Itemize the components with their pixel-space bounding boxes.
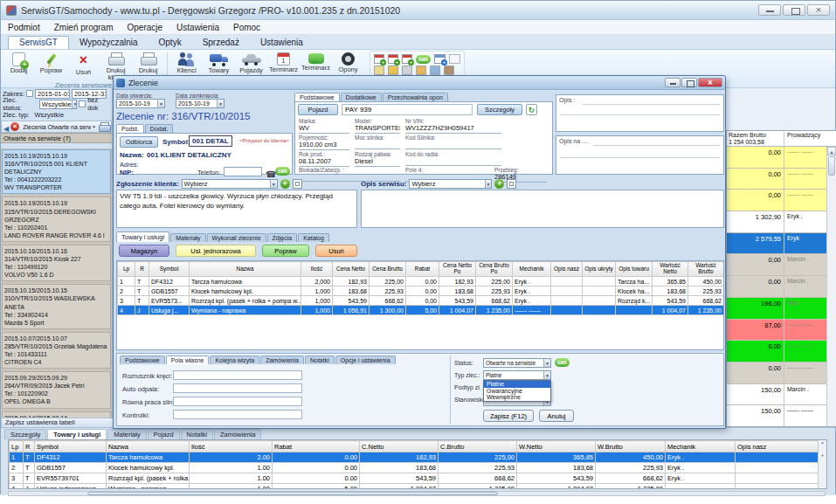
table-row[interactable]: 2TGDB1557Klocek hamulcowy kpl.1,000183,6… bbox=[118, 287, 724, 296]
summary-row[interactable]: 0,00------ ------ bbox=[727, 190, 826, 211]
summary-row[interactable]: 1 302,90Eryk . bbox=[727, 211, 826, 233]
tab-notatki[interactable]: Notatki bbox=[181, 429, 213, 439]
column-header[interactable]: Lp bbox=[118, 262, 135, 277]
tab-sprzedaz[interactable]: Sprzedaż bbox=[192, 37, 250, 49]
column-header[interactable]: R bbox=[24, 441, 35, 452]
folder-icon[interactable] bbox=[388, 66, 398, 75]
summary-row[interactable]: 196,00Max . bbox=[727, 298, 826, 320]
add-icon[interactable] bbox=[494, 179, 504, 189]
menu-ustawienia[interactable]: Ustawienia bbox=[169, 20, 226, 35]
tab-zdjecia[interactable]: Zdjęcia bbox=[267, 233, 298, 242]
column-header[interactable]: Opis nasz bbox=[736, 441, 826, 452]
refresh-icon[interactable] bbox=[526, 104, 537, 115]
view-select[interactable]: Zlecenia Otwarte na serwisie bbox=[21, 122, 97, 132]
popraw-button[interactable]: Popraw bbox=[262, 245, 309, 257]
calendar-add-icon[interactable] bbox=[374, 54, 384, 64]
summary-row[interactable]: 0,00------ ------ bbox=[727, 169, 826, 190]
document-icon[interactable] bbox=[402, 66, 412, 75]
column-header[interactable]: Symbol bbox=[149, 262, 190, 277]
tab-zamowienia2[interactable]: Zamówienia bbox=[260, 356, 304, 364]
column-header[interactable]: W.Brutto bbox=[596, 441, 666, 452]
edit-button[interactable]: Popraw bbox=[35, 51, 67, 74]
order-list-item[interactable]: 2015.09.29/2015.09.29264/VTR/09/2015 Jac… bbox=[2, 371, 111, 408]
column-header[interactable]: W.Netto bbox=[517, 441, 596, 452]
tab-zamowienia[interactable]: Zamówienia bbox=[214, 429, 261, 439]
dialog-minimize-button[interactable] bbox=[665, 78, 681, 87]
tab-dodatkowe[interactable]: Dodatkowe bbox=[341, 93, 382, 101]
column-header[interactable]: Nazwa bbox=[190, 262, 301, 277]
tab-materialy[interactable]: Materiały bbox=[107, 429, 146, 439]
moc-value[interactable] bbox=[355, 141, 400, 149]
column-header[interactable]: Ilość bbox=[190, 441, 273, 452]
folder-icon[interactable] bbox=[374, 66, 384, 75]
dropdown-option-platne[interactable]: Płatne bbox=[484, 381, 550, 388]
bez-dok-checkbox[interactable] bbox=[79, 100, 86, 107]
column-header[interactable]: Lp bbox=[10, 441, 24, 452]
details-button[interactable]: Szczegóły bbox=[477, 104, 522, 115]
summary-row[interactable]: 150,00------ ------ bbox=[727, 405, 826, 426]
calendar-add-icon[interactable] bbox=[402, 54, 412, 64]
menu-zmien-program[interactable]: Zmień program bbox=[47, 20, 121, 35]
column-header[interactable]: Symbol bbox=[35, 441, 107, 452]
column-header[interactable]: C.Netto bbox=[360, 441, 439, 452]
column-header[interactable]: Opis nasz bbox=[551, 262, 583, 277]
column-header[interactable]: C.Brutto bbox=[439, 441, 517, 452]
tab-towary-i-uslugi[interactable]: Towary i usługi bbox=[47, 429, 107, 439]
tab-przechowalnia-opon[interactable]: Przechowalnia opon bbox=[383, 93, 448, 101]
car-small-icon[interactable] bbox=[430, 66, 440, 75]
table-row[interactable]: 2TGDB1557Klocek hamulcowy kpl.1.000.0018… bbox=[10, 463, 826, 473]
marka-value[interactable]: WV bbox=[299, 124, 349, 134]
column-header[interactable]: Wartość Brutto bbox=[688, 262, 724, 277]
zgloszenie-select[interactable]: Wybierz bbox=[182, 179, 278, 189]
messages-button[interactable]: Terminarz bbox=[300, 51, 332, 72]
table-row[interactable]: 3TEVR5573...Rozrząd kpl. (pasek + rolka … bbox=[118, 296, 724, 306]
menu-pomoc[interactable]: Pomoc bbox=[226, 20, 267, 35]
tab-materialy[interactable]: Materiały bbox=[170, 233, 205, 242]
tab-kolejna-wizyta[interactable]: Kolejna wizyta bbox=[210, 356, 259, 364]
horizontal-scrollbar[interactable] bbox=[8, 491, 826, 496]
window-icon[interactable] bbox=[449, 54, 460, 64]
magazyn-button[interactable]: Magazyn bbox=[119, 245, 169, 257]
sms-icon[interactable]: SMS bbox=[275, 167, 290, 176]
order-list-item[interactable]: 2015.10.07/2015.10.07285/VTR/10/2015 Grz… bbox=[2, 332, 111, 369]
date-from-input[interactable]: 2015-01-01 bbox=[35, 89, 70, 99]
assign-client-link[interactable]: <Przypisz do klienta> bbox=[239, 138, 289, 143]
summary-row[interactable]: 150,00Marcin . bbox=[727, 384, 826, 406]
dropdown-option-wewnetrzne[interactable]: Wewnętrzne bbox=[484, 394, 550, 401]
person-small-icon[interactable] bbox=[444, 66, 454, 75]
cancel-button[interactable]: Anuluj bbox=[539, 410, 574, 422]
dialog-maximize-button[interactable] bbox=[681, 78, 697, 87]
clients-button[interactable]: Klienci bbox=[170, 51, 203, 74]
maximize-button[interactable] bbox=[783, 4, 805, 16]
column-header[interactable]: Nazwa bbox=[107, 441, 190, 452]
save-button[interactable]: Zapisz (F12) bbox=[483, 410, 534, 422]
tires-button[interactable]: Opony bbox=[332, 51, 364, 73]
add-icon[interactable] bbox=[280, 179, 290, 189]
tool-icon[interactable] bbox=[416, 66, 426, 75]
summary-row[interactable]: 0,00Marcin . bbox=[727, 276, 826, 298]
column-header[interactable]: Wartość Netto bbox=[653, 262, 688, 277]
tab-pola-wlasne[interactable]: Pola własne bbox=[166, 356, 210, 364]
goods-button[interactable]: Towary bbox=[203, 51, 235, 74]
status-select[interactable]: Otwarte na serwisie bbox=[483, 358, 551, 368]
expand-icon[interactable] bbox=[293, 179, 302, 189]
opis-line[interactable] bbox=[583, 104, 720, 105]
tab-serwisgt[interactable]: SerwisGT bbox=[8, 36, 69, 49]
vehicles-button[interactable]: Pojazdy bbox=[235, 51, 267, 74]
tab-optyk[interactable]: Optyk bbox=[149, 37, 192, 49]
plate-input[interactable]: PAY 939 bbox=[342, 104, 473, 115]
pojazd-button[interactable]: Pojazd bbox=[298, 104, 338, 115]
opis-na-line[interactable] bbox=[593, 145, 720, 146]
menu-podmiot[interactable]: Podmiot bbox=[1, 20, 47, 35]
column-header[interactable]: Mechanik bbox=[513, 262, 551, 277]
summary-row[interactable]: 0,00------ ------ bbox=[727, 362, 826, 384]
tab-podstawowe2[interactable]: Podstawowe bbox=[120, 356, 165, 364]
rok-value[interactable]: 08.11.2007 bbox=[299, 157, 349, 167]
column-header[interactable]: Cena Netto Po bbox=[439, 262, 476, 277]
symbol-value[interactable]: 001 DETAL bbox=[189, 135, 232, 147]
zgloszenie-textarea[interactable]: VW T5 1.9 tdi - uszczelka głowicy. Wyrzu… bbox=[116, 190, 357, 228]
summary-row[interactable]: 0,00------ ------ bbox=[727, 147, 826, 169]
vin-value[interactable]: WV1ZZZ7HZ9H059417 bbox=[405, 124, 501, 134]
column-header[interactable]: Cena Netto bbox=[333, 262, 370, 277]
typ-filter-value[interactable]: Wszystkie bbox=[34, 111, 64, 119]
